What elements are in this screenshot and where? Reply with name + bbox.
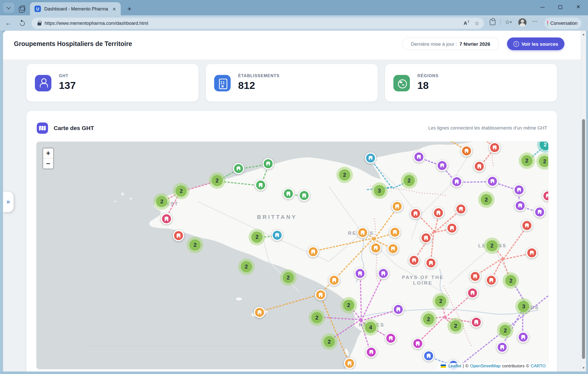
tab-close-icon[interactable]: × — [112, 6, 117, 12]
url-text[interactable]: https://www.mementopharma.com/dashboard.… — [45, 21, 463, 26]
establishment-marker[interactable] — [385, 333, 396, 344]
new-tab-button[interactable]: + — [125, 4, 134, 14]
establishment-marker[interactable] — [461, 145, 472, 157]
establishment-marker[interactable] — [161, 213, 172, 224]
marker-cluster[interactable]: 2 — [336, 167, 353, 183]
window-maximize-button[interactable] — [552, 0, 569, 14]
establishment-marker[interactable] — [489, 142, 500, 153]
establishment-marker[interactable] — [365, 152, 376, 163]
establishment-marker[interactable] — [451, 176, 462, 187]
establishment-marker[interactable] — [446, 223, 458, 234]
marker-cluster[interactable]: 3 — [371, 182, 388, 199]
marker-cluster[interactable]: 2 — [484, 237, 500, 254]
leaflet-map[interactable]: + − Leaflet | © OpenStreetMap contributo… — [36, 142, 548, 369]
favorite-star-icon[interactable]: ☆ — [475, 20, 479, 26]
establishment-marker[interactable] — [497, 342, 508, 353]
establishment-marker[interactable] — [487, 176, 498, 187]
establishment-marker[interactable] — [526, 247, 538, 258]
marker-cluster[interactable]: 2 — [518, 153, 535, 169]
establishment-marker[interactable] — [370, 242, 381, 254]
establishment-marker[interactable] — [254, 307, 265, 318]
marker-cluster[interactable]: 2 — [153, 193, 170, 210]
establishment-marker[interactable] — [392, 201, 403, 212]
establishment-marker[interactable] — [486, 275, 497, 286]
establishment-marker[interactable] — [357, 227, 368, 238]
marker-cluster[interactable]: 4 — [362, 319, 379, 336]
establishment-marker[interactable] — [534, 206, 545, 218]
establishment-marker[interactable] — [173, 230, 184, 241]
establishment-marker[interactable] — [514, 184, 525, 195]
copilot-conversation-button[interactable]: Conversation — [545, 18, 581, 29]
browser-tab[interactable]: U Dashboard - Memento Pharma × — [30, 2, 121, 15]
establishment-marker[interactable] — [308, 246, 319, 258]
establishment-marker[interactable] — [378, 268, 389, 279]
window-minimize-button[interactable] — [534, 0, 551, 14]
establishment-marker[interactable] — [521, 220, 532, 231]
establishment-marker[interactable] — [425, 257, 437, 268]
establishment-marker[interactable] — [410, 208, 421, 219]
marker-cluster[interactable]: 2 — [447, 318, 464, 334]
marker-cluster[interactable]: 3 — [515, 298, 532, 315]
establishment-marker[interactable] — [389, 227, 400, 238]
establishment-marker[interactable] — [420, 232, 431, 243]
establishment-marker[interactable] — [393, 304, 404, 315]
establishment-marker[interactable] — [329, 275, 340, 286]
establishment-marker[interactable] — [467, 287, 478, 298]
marker-cluster[interactable]: 2 — [497, 322, 514, 339]
establishment-marker[interactable] — [474, 161, 485, 172]
marker-cluster[interactable]: 2 — [432, 293, 449, 310]
leaflet-link[interactable]: Leaflet — [448, 364, 461, 368]
scroll-up-arrow[interactable]: ▲ — [581, 33, 586, 36]
favorites-bar-icon[interactable]: ☆ — [505, 19, 512, 25]
address-bar[interactable]: https://www.mementopharma.com/dashboard.… — [31, 18, 484, 29]
refresh-button[interactable] — [17, 18, 27, 28]
zoom-out-button[interactable]: − — [43, 158, 53, 169]
osm-link[interactable]: OpenStreetMap — [470, 364, 501, 368]
establishment-marker[interactable] — [471, 317, 482, 328]
profile-avatar[interactable] — [518, 18, 526, 27]
establishment-marker[interactable] — [271, 230, 283, 241]
marker-cluster[interactable]: 2 — [401, 172, 417, 189]
scroll-down-arrow[interactable]: ▼ — [581, 366, 586, 370]
marker-cluster[interactable]: 2 — [309, 309, 325, 326]
establishment-marker[interactable] — [298, 190, 310, 201]
establishment-marker[interactable] — [344, 358, 355, 369]
marker-cluster[interactable]: 2 — [249, 229, 265, 246]
marker-cluster[interactable]: 2 — [503, 272, 519, 289]
page-scrollbar[interactable]: ▲ ▼ — [581, 31, 586, 371]
establishment-marker[interactable] — [437, 160, 448, 171]
sidebar-expand-button[interactable]: » — [3, 192, 14, 212]
read-aloud-icon[interactable]: A — [464, 21, 467, 26]
view-sources-button[interactable]: i Voir les sources — [507, 38, 564, 50]
establishment-marker[interactable] — [255, 180, 266, 191]
establishment-marker[interactable] — [354, 268, 365, 279]
establishment-marker[interactable] — [263, 158, 274, 169]
settings-more-icon[interactable]: … — [532, 17, 538, 23]
establishment-marker[interactable] — [432, 207, 444, 218]
marker-cluster[interactable]: 2 — [280, 269, 297, 286]
establishment-marker[interactable] — [455, 203, 466, 215]
marker-cluster[interactable]: 2 — [187, 237, 203, 253]
establishment-marker[interactable] — [315, 289, 326, 300]
tab-search-button[interactable] — [3, 3, 14, 13]
establishment-marker[interactable] — [518, 332, 529, 343]
establishment-marker[interactable] — [365, 346, 377, 358]
marker-cluster[interactable]: 2 — [420, 311, 437, 328]
back-button[interactable]: ← — [3, 18, 13, 28]
marker-cluster[interactable]: 2 — [478, 191, 495, 208]
scrollbar-thumb[interactable] — [582, 119, 585, 359]
establishment-marker[interactable] — [412, 338, 423, 349]
extensions-icon[interactable] — [490, 19, 495, 25]
establishment-marker[interactable] — [470, 271, 481, 282]
marker-cluster[interactable]: 2 — [238, 258, 255, 275]
marker-cluster[interactable]: 2 — [340, 297, 357, 314]
establishment-marker[interactable] — [283, 188, 294, 199]
window-close-button[interactable]: × — [570, 0, 587, 14]
establishment-marker[interactable] — [515, 200, 526, 211]
marker-cluster[interactable]: 2 — [209, 172, 226, 189]
zoom-in-button[interactable]: + — [43, 148, 53, 159]
establishment-marker[interactable] — [423, 350, 434, 361]
workspaces-icon[interactable] — [18, 3, 27, 12]
marker-cluster[interactable]: 2 — [173, 183, 190, 199]
establishment-marker[interactable] — [413, 151, 424, 162]
